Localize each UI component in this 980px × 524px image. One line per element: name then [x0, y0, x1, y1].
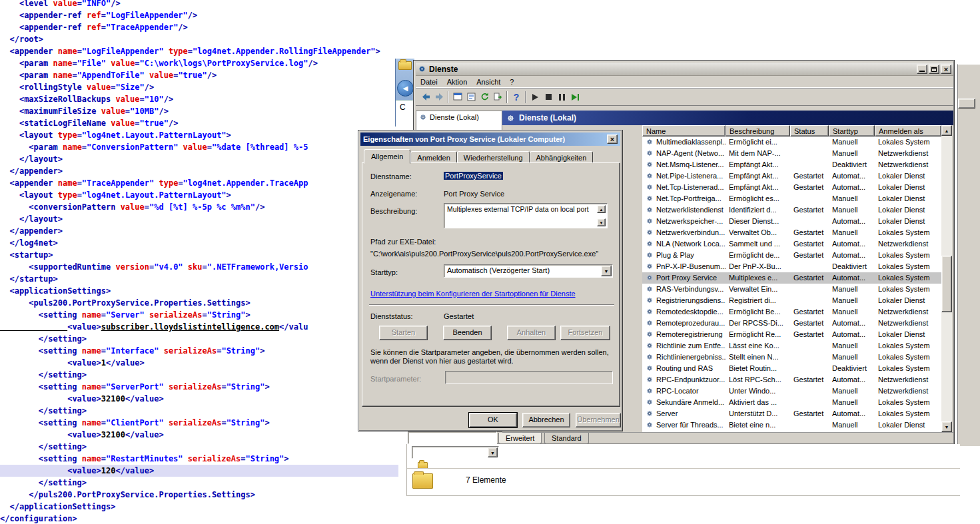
service-row[interactable]: RPC-LocatorUnter Windo...ManuellNetzwerk…	[642, 386, 941, 397]
explorer-field[interactable]	[408, 431, 497, 444]
service-row[interactable]: Sekundäre Anmeld...Aktiviert das ...Manu…	[642, 397, 941, 408]
service-row[interactable]: Richtlinie zum Entfe...Lässt eine Ko...M…	[642, 340, 941, 352]
menu-aktion[interactable]: Aktion	[442, 77, 472, 87]
code-line[interactable]: <puls200.PortProxyService.Properties.Set…	[0, 297, 398, 309]
uebernehmen-button[interactable]: Übernehmen	[576, 413, 621, 427]
code-line[interactable]: </setting>	[0, 369, 398, 381]
service-row[interactable]: Server für Threads...Bietet eine n...Man…	[642, 419, 941, 431]
code-line[interactable]: <param name="ConversionPattern" value="%…	[0, 141, 398, 153]
column-header-name[interactable]: Name	[642, 125, 726, 136]
forward-icon[interactable]	[432, 91, 446, 104]
service-row[interactable]: Net.Tcp-Portfreiga...Ermöglicht es...Man…	[642, 193, 941, 204]
vertical-scrollbar[interactable]: ▲ ▼	[941, 125, 952, 432]
code-line[interactable]: <maxSizeRollBackups value="10"/>	[0, 93, 398, 105]
tab-standard[interactable]: Standard	[544, 433, 589, 444]
code-line[interactable]: </setting>	[0, 405, 398, 417]
code-line[interactable]: <rollingStyle value="Size"/>	[0, 81, 398, 93]
code-line[interactable]: <param name="AppendToFile" value="true"/…	[0, 69, 398, 81]
service-row[interactable]: Remotedesktopdie...Ermöglicht Be...Gesta…	[642, 306, 941, 318]
service-row[interactable]: Net.Tcp-Listenerad...Empfängt Akt...Gest…	[642, 182, 941, 193]
dienstname-value[interactable]: PortProxyService	[444, 172, 503, 180]
code-line[interactable]: <param name="File" value="C:\work\logs\P…	[0, 57, 398, 69]
maximize-button[interactable]	[929, 65, 939, 74]
code-line[interactable]: <applicationSettings>	[0, 285, 398, 297]
restart-service-icon[interactable]	[568, 91, 582, 104]
minimize-button[interactable]	[917, 65, 927, 74]
code-line[interactable]: <value>120</value>	[0, 465, 398, 477]
service-row[interactable]: PnP-X-IP-Busenum...Der PnP-X-Bu...Deakti…	[642, 261, 941, 272]
dialog-titlebar[interactable]: Eigenschaften von Port Proxy Service (Lo…	[360, 132, 620, 146]
service-row[interactable]: Net.Pipe-Listenera...Empfängt Akt...Gest…	[642, 170, 941, 182]
code-line[interactable]: </log4net>	[0, 237, 398, 249]
fortsetzen-button[interactable]: Fortsetzen	[560, 326, 610, 340]
chevron-down-icon[interactable]: ▼	[601, 266, 612, 276]
code-line[interactable]: <value>1</value>	[0, 357, 398, 369]
service-row[interactable]: Routing und RASBietet Routin...Deaktivie…	[642, 363, 941, 374]
code-line[interactable]: <startup>	[0, 249, 398, 261]
code-line[interactable]: </puls200.PortProxyService.Properties.Se…	[0, 489, 398, 501]
service-row[interactable]: Port Proxy ServiceMultiplexes e...Gestar…	[642, 272, 941, 284]
refresh-icon[interactable]	[478, 91, 491, 104]
service-row[interactable]: NAP-Agent (Netwo...Mit dem NAP-...Manuel…	[642, 148, 941, 159]
xml-editor[interactable]: <level value="INFO"/> <appender-ref ref=…	[0, 0, 408, 524]
service-row[interactable]: NLA (Network Loca...Sammelt und ...Gesta…	[642, 238, 941, 250]
code-line[interactable]: </startup>	[0, 273, 398, 285]
code-line[interactable]: <value>subscriber.lloydslistintelligence…	[0, 321, 398, 333]
beschreibung-textbox[interactable]: Multiplexes external TCP/IP data on loca…	[444, 203, 608, 228]
code-line[interactable]: </layout>	[0, 153, 398, 165]
back-icon[interactable]	[419, 91, 432, 104]
startoptions-help-link[interactable]: Unterstützung beim Konfigurieren der Sta…	[370, 290, 576, 298]
code-line[interactable]: <maximumFileSize value="10MB"/>	[0, 105, 398, 117]
code-line[interactable]: </configuration>	[0, 513, 398, 524]
scroll-down-button[interactable]: ▼	[941, 421, 952, 432]
service-row[interactable]: Multimediaklassenpl...Ermöglicht ei...Ma…	[642, 136, 941, 148]
scrollbar-thumb[interactable]	[941, 256, 952, 312]
service-row[interactable]: Net.Msmq-Listener...Empfängt Akt...Deakt…	[642, 159, 941, 170]
code-line[interactable]: <setting name="Server" serializeAs="Stri…	[0, 309, 398, 321]
export-list-icon[interactable]	[491, 91, 504, 104]
service-row[interactable]: Netzwerkspeicher-...Dieser Dienst...Auto…	[642, 216, 941, 227]
service-row[interactable]: Registrierungsdiens...Registriert di...M…	[642, 295, 941, 306]
code-line[interactable]: </applicationSettings>	[0, 501, 398, 513]
service-row[interactable]: RPC-Endpunktzuor...Löst RPC-Sch...Gestar…	[642, 374, 941, 386]
code-line[interactable]: </appender>	[0, 225, 398, 237]
service-row[interactable]: NetzwerklistendienstIdentifiziert d...Ge…	[642, 204, 941, 216]
code-line[interactable]: </appender>	[0, 165, 398, 177]
service-row[interactable]: Netzwerkverbindun...Verwaltet Ob...Gesta…	[642, 227, 941, 238]
column-header-anmelden[interactable]: Anmelden als	[875, 125, 941, 136]
start-service-icon[interactable]	[528, 91, 542, 104]
scroll-down-icon[interactable]: ▼	[597, 218, 606, 226]
code-line[interactable]: <appender name="LogFileAppender" type="l…	[0, 45, 398, 57]
scroll-up-button[interactable]: ▲	[941, 125, 952, 136]
scroll-up-icon[interactable]: ▲	[597, 205, 606, 213]
starttyp-dropdown[interactable]: Automatisch (Verzögerter Start) ▼	[444, 264, 613, 278]
code-line[interactable]: <layout type="log4net.Layout.PatternLayo…	[0, 129, 398, 141]
code-line[interactable]: <setting name="RestartMinutes" serialize…	[0, 453, 398, 465]
code-line[interactable]: <setting name="ServerPort" serializeAs="…	[0, 381, 398, 393]
column-header-status[interactable]: Status	[790, 125, 829, 136]
service-row[interactable]: Remoteprozedurau...Der RPCSS-Di...Gestar…	[642, 318, 941, 329]
anhalten-button[interactable]: Anhalten	[507, 326, 556, 340]
code-line[interactable]: </setting>	[0, 333, 398, 345]
service-row[interactable]: RAS-Verbindungsv...Verwaltet Ein...Manue…	[642, 284, 941, 295]
services-titlebar[interactable]: Dienste ×	[416, 63, 953, 76]
menu-datei[interactable]: Datei	[416, 77, 442, 87]
code-line[interactable]: <staticLogFileName value="true"/>	[0, 117, 398, 129]
code-line[interactable]: <setting name="Interface" serializeAs="S…	[0, 345, 398, 357]
code-line[interactable]: <value>32100</value>	[0, 393, 398, 405]
service-row[interactable]: ServerUnterstützt D...GestartetAutomat..…	[642, 408, 941, 419]
code-line[interactable]: <level value="INFO"/>	[0, 0, 398, 9]
filter-dropdown[interactable]: ▼	[412, 446, 499, 459]
startparameter-input[interactable]	[445, 371, 613, 384]
beenden-button[interactable]: Beenden	[443, 326, 492, 340]
menu-ansicht[interactable]: Ansicht	[472, 77, 505, 87]
show-console-tree-icon[interactable]	[451, 91, 464, 104]
column-header-beschreibung[interactable]: Beschreibung	[726, 125, 790, 136]
code-line[interactable]: <setting name="ClientPort" serializeAs="…	[0, 417, 398, 429]
code-line[interactable]: </layout>	[0, 213, 398, 225]
code-line[interactable]: </root>	[0, 33, 398, 45]
code-line[interactable]: </setting>	[0, 477, 398, 489]
service-row[interactable]: RemoteregistrierungErmöglicht Re...Gesta…	[642, 329, 941, 340]
code-line[interactable]: <layout type="log4net.Layout.PatternLayo…	[0, 189, 398, 201]
service-row[interactable]: Plug & PlayErmöglicht de...GestartetAuto…	[642, 250, 941, 261]
